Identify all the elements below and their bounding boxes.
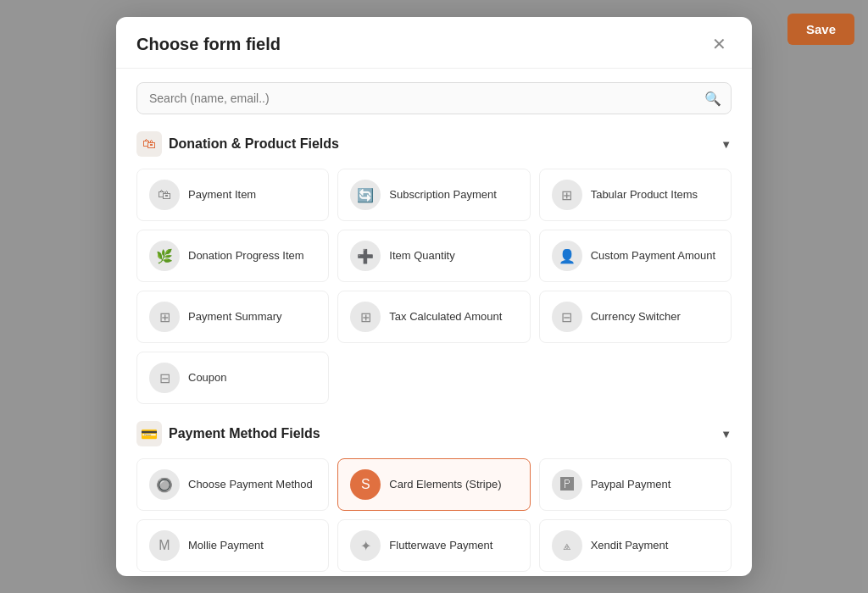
field-item-subscription-payment[interactable]: 🔄 Subscription Payment (337, 169, 530, 221)
section-header-payment-method[interactable]: 💳 Payment Method Fields ▼ (136, 421, 732, 446)
section-title-wrap: 🛍 Donation & Product Fields (136, 131, 339, 157)
field-item-icon-subscription-payment: 🔄 (350, 180, 381, 210)
section-title-wrap: 💳 Payment Method Fields (136, 421, 320, 446)
field-item-paypal-payment[interactable]: 🅿 Paypal Payment (539, 458, 732, 511)
field-item-choose-payment-method[interactable]: 🔘 Choose Payment Method (136, 458, 329, 511)
field-item-label-flutterwave-payment: Flutterwave Payment (389, 539, 492, 553)
field-item-icon-tax-calculated-amount: ⊞ (350, 302, 381, 332)
field-item-card-elements-stripe[interactable]: S Card Elements (Stripe) (337, 458, 530, 511)
items-grid-payment-method: 🔘 Choose Payment Method S Card Elements … (136, 458, 732, 576)
field-item-label-mollie-payment: Mollie Payment (188, 539, 264, 553)
field-item-label-payment-item: Payment Item (188, 188, 256, 202)
field-item-label-paypal-payment: Paypal Payment (591, 478, 671, 492)
items-grid-donation-product: 🛍 Payment Item 🔄 Subscription Payment ⊞ … (136, 169, 732, 404)
field-item-icon-payment-item: 🛍 (149, 180, 180, 210)
field-item-payment-summary[interactable]: ⊞ Payment Summary (136, 291, 329, 343)
field-item-label-donation-progress-item: Donation Progress Item (188, 249, 304, 263)
section-title-payment-method: Payment Method Fields (169, 426, 320, 441)
field-item-label-currency-switcher: Currency Switcher (591, 310, 681, 324)
field-item-icon-currency-switcher: ⊟ (552, 302, 582, 332)
section-icon-payment-method: 💳 (136, 421, 162, 446)
field-item-tax-calculated-amount[interactable]: ⊞ Tax Calculated Amount (337, 291, 530, 343)
modal-header: Choose form field ✕ (116, 17, 752, 69)
field-item-label-card-elements-stripe: Card Elements (Stripe) (389, 478, 501, 492)
sections-container: 🛍 Donation & Product Fields ▼ 🛍 Payment … (136, 131, 732, 576)
field-item-icon-card-elements-stripe: S (350, 469, 381, 500)
field-item-label-choose-payment-method: Choose Payment Method (188, 478, 313, 492)
close-button[interactable]: ✕ (707, 34, 732, 54)
field-item-tabular-product-items[interactable]: ⊞ Tabular Product Items (539, 169, 732, 221)
field-item-icon-xendit-payment: ⟁ (552, 530, 582, 561)
field-item-currency-switcher[interactable]: ⊟ Currency Switcher (539, 291, 732, 343)
field-item-icon-tabular-product-items: ⊞ (552, 180, 582, 210)
save-button[interactable]: Save (787, 14, 854, 45)
modal-body: 🔍 🛍 Donation & Product Fields ▼ 🛍 Paymen… (116, 69, 752, 576)
field-item-label-tax-calculated-amount: Tax Calculated Amount (389, 310, 502, 324)
field-item-label-payment-summary: Payment Summary (188, 310, 282, 324)
section-payment-method: 💳 Payment Method Fields ▼ 🔘 Choose Payme… (136, 421, 732, 576)
field-item-icon-custom-payment-amount: 👤 (552, 241, 582, 271)
field-item-icon-donation-progress-item: 🌿 (149, 241, 180, 271)
chevron-icon-payment-method: ▼ (721, 428, 732, 441)
field-item-mollie-payment[interactable]: M Mollie Payment (136, 519, 329, 572)
field-item-icon-coupon: ⊟ (149, 363, 180, 393)
section-header-donation-product[interactable]: 🛍 Donation & Product Fields ▼ (136, 131, 732, 157)
field-item-icon-payment-summary: ⊞ (149, 302, 180, 332)
field-item-icon-mollie-payment: M (149, 530, 180, 561)
field-item-icon-choose-payment-method: 🔘 (149, 469, 180, 500)
field-item-icon-paypal-payment: 🅿 (552, 469, 582, 500)
field-item-label-custom-payment-amount: Custom Payment Amount (591, 249, 715, 263)
field-item-icon-flutterwave-payment: ✦ (350, 530, 381, 561)
field-item-label-coupon: Coupon (188, 371, 227, 385)
chevron-icon-donation-product: ▼ (721, 138, 732, 151)
field-item-donation-progress-item[interactable]: 🌿 Donation Progress Item (136, 230, 329, 282)
field-item-label-tabular-product-items: Tabular Product Items (591, 188, 698, 202)
section-title-donation-product: Donation & Product Fields (169, 136, 339, 152)
field-item-xendit-payment[interactable]: ⟁ Xendit Payment (539, 519, 732, 572)
field-item-coupon[interactable]: ⊟ Coupon (136, 352, 329, 404)
field-item-label-subscription-payment: Subscription Payment (389, 188, 496, 202)
field-item-label-xendit-payment: Xendit Payment (591, 539, 669, 553)
search-wrap: 🔍 (136, 82, 732, 114)
field-item-icon-item-quantity: ➕ (350, 241, 381, 271)
field-item-payment-item[interactable]: 🛍 Payment Item (136, 169, 329, 221)
section-icon-donation-product: 🛍 (136, 131, 162, 157)
section-donation-product: 🛍 Donation & Product Fields ▼ 🛍 Payment … (136, 131, 732, 404)
search-icon: 🔍 (704, 91, 721, 107)
field-item-item-quantity[interactable]: ➕ Item Quantity (337, 230, 530, 282)
modal-title: Choose form field (136, 35, 281, 54)
field-item-label-item-quantity: Item Quantity (389, 249, 454, 263)
search-input[interactable] (136, 82, 732, 114)
field-item-custom-payment-amount[interactable]: 👤 Custom Payment Amount (539, 230, 732, 282)
modal-dialog: Choose form field ✕ 🔍 🛍 Donation & Produ… (116, 17, 752, 576)
field-item-flutterwave-payment[interactable]: ✦ Flutterwave Payment (337, 519, 530, 572)
